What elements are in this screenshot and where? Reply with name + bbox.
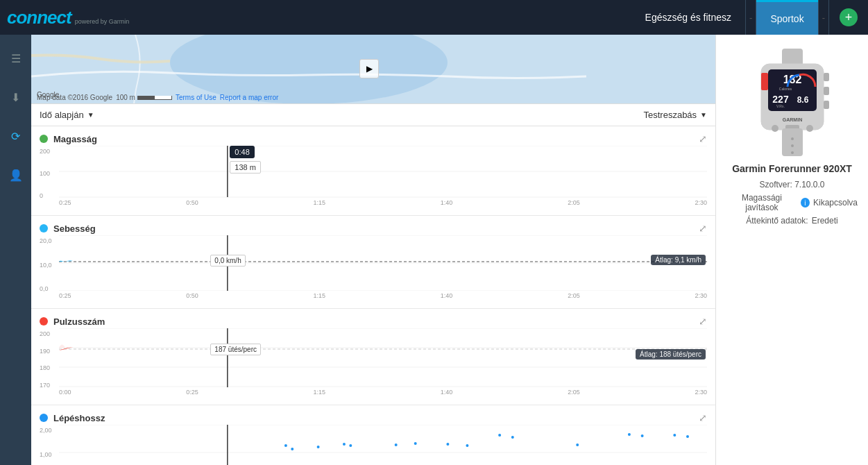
map-footer: Map data ©2016 Google 100 m Terms of Use…: [31, 94, 715, 101]
magassag-expand[interactable]: ⤢: [699, 133, 707, 144]
svg-point-61: [806, 125, 813, 132]
lepeshossz-header: Lépéshossz ⤢: [31, 409, 715, 425]
customize-chevron: ▼: [700, 111, 707, 119]
filter-time-chevron: ▼: [87, 111, 94, 119]
tab-sports[interactable]: Sportok: [756, 0, 817, 35]
svg-rect-45: [782, 49, 803, 66]
sebesseg-tooltip: 0,0 km/h: [210, 255, 245, 267]
magassag-title: Magasság: [40, 134, 97, 144]
sidebar-activity-icon[interactable]: ⟳: [3, 123, 29, 149]
svg-rect-55: [824, 73, 829, 81]
magassag-section: Magasság ⤢ 200 100 0: [31, 126, 715, 216]
map-scale-label: 100 m: [116, 94, 172, 101]
magassag-y-axis: 200 100 0: [40, 148, 50, 199]
overview-value: Eredeti: [812, 216, 838, 226]
svg-point-59: [772, 125, 778, 132]
svg-point-64: [791, 144, 794, 147]
nav-minus-2: -: [819, 0, 828, 35]
sebesseg-chart: [59, 235, 707, 291]
svg-point-63: [791, 137, 794, 140]
sebesseg-expand[interactable]: ⤢: [699, 223, 707, 234]
svg-point-39: [641, 434, 644, 437]
magassag-dot: [40, 135, 48, 143]
svg-point-32: [414, 442, 417, 445]
lepeshossz-title: Lépéshossz: [40, 413, 105, 423]
device-image: 182 Calories 227 V.Rx. 8.6 GARMIN: [747, 49, 837, 156]
svg-text:Calories: Calories: [778, 87, 792, 91]
sidebar-menu-icon[interactable]: ☰: [3, 45, 29, 71]
pulzus-x-axis: 0:000:251:151:402:052:30: [59, 387, 707, 396]
tab-health[interactable]: Egészség és fitnesz: [631, 0, 746, 35]
svg-point-28: [317, 446, 320, 448]
lepeshossz-expand[interactable]: ⤢: [699, 412, 707, 423]
top-navigation: connect powered by Garmin Egészség és fi…: [0, 0, 868, 35]
svg-point-34: [466, 444, 468, 447]
altitude-value: Kikapcsolva: [813, 198, 858, 208]
svg-text:227: 227: [772, 94, 789, 105]
pulzus-chart-wrap: 200 190 180 170: [31, 328, 715, 401]
lepeshossz-dot: [40, 414, 48, 422]
scale-bar: [137, 96, 172, 100]
svg-text:8.6: 8.6: [797, 95, 808, 105]
svg-rect-48: [761, 73, 768, 90]
customize-dropdown[interactable]: Testreszabás ▼: [644, 110, 708, 120]
sidebar-user-icon[interactable]: 👤: [3, 162, 29, 188]
sebesseg-chart-wrap: 20,0 10,0 0,0 0: [31, 235, 715, 305]
sebesseg-title: Sebesség: [40, 223, 96, 234]
svg-point-37: [576, 443, 579, 446]
plus-icon: +: [840, 8, 858, 26]
device-overview: Áttekintő adatok: Eredeti: [726, 216, 858, 226]
sebesseg-header: Sebesség ⤢: [31, 219, 715, 235]
device-info: Garmin Forerunner 920XT Szoftver: 7.10.0…: [726, 163, 858, 229]
svg-text:GARMIN: GARMIN: [782, 117, 801, 122]
sebesseg-y-axis: 20,0 10,0 0,0: [40, 237, 52, 292]
device-altitude-fix: Magassági javítások i Kikapcsolva: [726, 193, 858, 212]
map-play-button[interactable]: ▶: [359, 59, 379, 78]
main-layout: ☰ ⬇ ⟳ 👤 Google ▶ Map data ©2016 Google: [0, 35, 868, 465]
filter-time-label: Idő alapján: [40, 110, 84, 120]
magassag-chart: [59, 146, 707, 198]
device-name: Garmin Forerunner 920XT: [726, 163, 858, 174]
pulzus-dot: [40, 317, 48, 326]
svg-point-41: [686, 435, 689, 438]
nav-minus-1: -: [746, 0, 756, 35]
pulzus-y-axis: 200 190 180 170: [40, 330, 50, 389]
sebesseg-dot: [40, 224, 48, 232]
svg-point-33: [446, 443, 449, 446]
filter-bar: Idő alapján ▼ Testreszabás ▼: [31, 104, 715, 126]
svg-point-31: [395, 443, 398, 446]
logo: connect: [7, 7, 71, 28]
lepeshossz-chart-wrap: 2,00 1,00 0,00: [31, 425, 715, 465]
map-attribution: Map data ©2016 Google: [37, 94, 112, 101]
lepeshossz-chart: [59, 425, 707, 465]
svg-point-38: [628, 433, 631, 436]
pulzus-expand[interactable]: ⤢: [699, 316, 707, 327]
svg-point-26: [284, 444, 287, 447]
filter-time-dropdown[interactable]: Idő alapján ▼: [40, 110, 94, 120]
altitude-info-icon[interactable]: i: [801, 198, 810, 208]
report-link[interactable]: Report a map error: [220, 94, 278, 101]
sidebar-inbox-icon[interactable]: ⬇: [3, 84, 29, 110]
device-software: Szoftver: 7.10.0.0: [726, 180, 858, 189]
magassag-header: Magasság ⤢: [31, 130, 715, 146]
sidebar: ☰ ⬇ ⟳ 👤: [0, 35, 31, 465]
lepeshossz-section: Lépéshossz ⤢ 2,00 1,00 0,00: [31, 405, 715, 465]
svg-point-29: [343, 443, 346, 446]
svg-rect-57: [824, 101, 829, 109]
pulzus-header: Pulzusszám ⤢: [31, 312, 715, 328]
sebesseg-section: Sebesség ⤢ 20,0 10,0 0,0: [31, 216, 715, 309]
pulzus-chart: [59, 328, 707, 387]
svg-point-65: [791, 151, 794, 154]
add-button[interactable]: +: [829, 0, 868, 35]
svg-point-27: [291, 448, 293, 450]
magassag-tooltip: 0:48: [230, 146, 254, 158]
terms-link[interactable]: Terms of Use: [176, 94, 216, 101]
pulzus-avg-label: Átlag: 188 ütés/perc: [636, 349, 706, 360]
pulzus-tooltip: 187 ütés/perc: [210, 344, 261, 355]
svg-rect-56: [824, 87, 829, 95]
svg-point-30: [349, 444, 352, 447]
customize-label: Testreszabás: [644, 110, 697, 120]
sebesseg-x-axis: 0:250:501:151:402:052:30: [59, 291, 707, 299]
svg-point-36: [511, 436, 514, 439]
magassag-chart-wrap: 200 100 0 0:48: [31, 146, 715, 212]
